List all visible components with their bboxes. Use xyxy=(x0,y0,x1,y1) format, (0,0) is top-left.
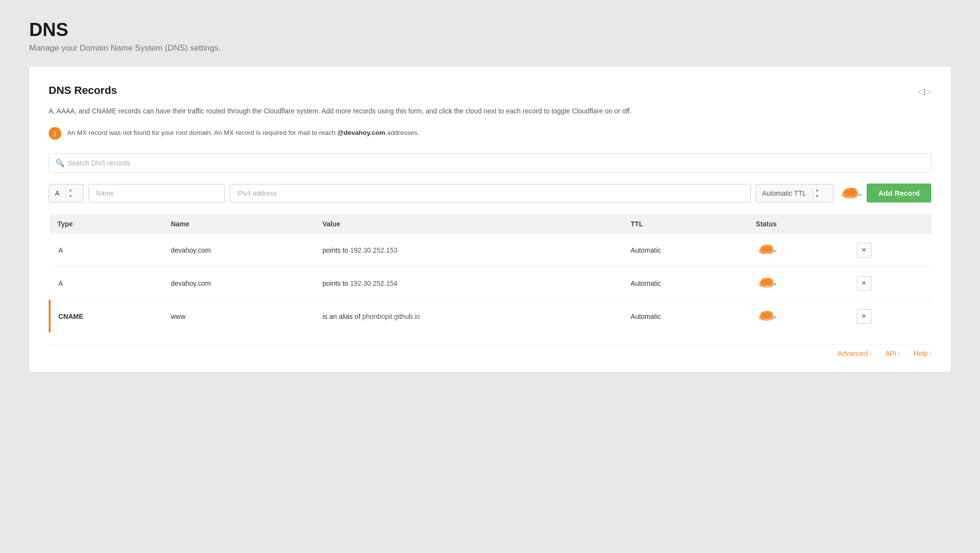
api-arrow: › xyxy=(898,350,900,356)
footer-links: Advanced › API › Help › xyxy=(49,344,931,357)
add-record-row: A ▲ ▼ Automatic TTL ▲ ▼ xyxy=(49,184,931,203)
card-description: A, AAAA, and CNAME records can have thei… xyxy=(49,106,931,116)
page-title: DNS xyxy=(29,19,951,40)
type-down-arrow[interactable]: ▼ xyxy=(68,193,73,200)
search-icon: 🔍 xyxy=(55,159,65,167)
ttl-arrows[interactable]: ▲ ▼ xyxy=(812,187,822,199)
col-ttl: TTL xyxy=(623,214,748,234)
cell-ttl: Automatic xyxy=(623,267,748,300)
cell-status[interactable] xyxy=(748,267,849,300)
table-row: A devahoy.com points to 192.30.252.154 A… xyxy=(50,267,931,300)
cell-type: CNAME xyxy=(50,300,163,333)
ttl-label: Automatic TTL xyxy=(756,184,812,202)
type-select-label: A xyxy=(49,184,65,202)
table-row: A devahoy.com points to 192.30.252.153 A… xyxy=(50,234,931,267)
cell-value: points to 192.30.252.154 xyxy=(315,267,623,300)
col-actions xyxy=(849,214,931,234)
alert-icon: ! xyxy=(49,127,61,140)
cell-name: devahoy.com xyxy=(163,234,315,267)
advanced-arrow: › xyxy=(870,350,872,356)
help-label: Help xyxy=(914,350,928,357)
cell-type: A xyxy=(50,267,163,300)
table-header: Type Name Value TTL Status xyxy=(50,214,931,234)
alert-box: ! An MX record was not found for your ro… xyxy=(49,127,931,140)
cell-delete[interactable]: ✕ xyxy=(849,300,931,333)
svg-marker-5 xyxy=(860,194,862,196)
col-type: Type xyxy=(50,214,163,234)
cloudflare-toggle-add[interactable] xyxy=(838,186,862,201)
api-label: API xyxy=(885,350,896,357)
dns-records-card: DNS Records ◁▷ A, AAAA, and CNAME record… xyxy=(29,67,951,372)
cell-value: is an alias of phonbopit.github.io xyxy=(315,300,623,333)
cell-status[interactable] xyxy=(748,234,849,267)
svg-point-14 xyxy=(761,278,772,285)
svg-point-19 xyxy=(761,311,772,318)
ttl-down-arrow[interactable]: ▼ xyxy=(815,193,819,200)
cell-name: devahoy.com xyxy=(163,267,315,300)
cell-delete[interactable]: ✕ xyxy=(849,234,931,267)
cell-value: points to 192.30.252.153 xyxy=(315,234,623,267)
advanced-link[interactable]: Advanced › xyxy=(837,350,871,357)
search-wrapper: 🔍 xyxy=(49,153,931,173)
delete-button[interactable]: ✕ xyxy=(857,309,871,324)
svg-marker-10 xyxy=(774,250,777,253)
cell-delete[interactable]: ✕ xyxy=(849,267,931,300)
add-record-button[interactable]: Add Record xyxy=(867,184,931,203)
page-subtitle: Manage your Domain Name System (DNS) set… xyxy=(29,43,951,53)
svg-marker-20 xyxy=(774,316,777,319)
search-input[interactable] xyxy=(49,153,931,173)
cell-name: www xyxy=(163,300,315,333)
cell-type: A xyxy=(50,234,163,267)
table-row: CNAME www is an alias of phonbopit.githu… xyxy=(50,300,931,333)
name-input[interactable] xyxy=(89,184,225,203)
delete-button[interactable]: ✕ xyxy=(857,276,871,291)
advanced-label: Advanced xyxy=(837,350,868,357)
help-arrow: › xyxy=(929,350,931,356)
card-title: DNS Records xyxy=(49,84,117,97)
help-link[interactable]: Help › xyxy=(914,350,931,357)
alert-text: An MX record was not found for your root… xyxy=(67,127,419,138)
cell-status[interactable] xyxy=(748,300,849,333)
svg-point-3 xyxy=(844,188,856,196)
ttl-select[interactable]: Automatic TTL ▲ ▼ xyxy=(756,184,834,203)
api-link[interactable]: API › xyxy=(885,350,900,357)
ttl-up-arrow[interactable]: ▲ xyxy=(815,187,819,193)
cell-ttl: Automatic xyxy=(623,234,748,267)
svg-point-9 xyxy=(761,245,772,252)
svg-marker-15 xyxy=(774,283,777,286)
table-body: A devahoy.com points to 192.30.252.153 A… xyxy=(50,234,931,332)
cell-ttl: Automatic xyxy=(623,300,748,333)
page-header: DNS Manage your Domain Name System (DNS)… xyxy=(29,19,951,53)
type-select-arrows[interactable]: ▲ ▼ xyxy=(65,187,75,199)
ipv4-input[interactable] xyxy=(230,184,751,203)
delete-button[interactable]: ✕ xyxy=(857,243,871,258)
col-value: Value xyxy=(315,214,623,234)
type-select[interactable]: A ▲ ▼ xyxy=(49,184,84,203)
card-header: DNS Records ◁▷ xyxy=(49,84,931,97)
col-status: Status xyxy=(748,214,849,234)
dns-records-table: Type Name Value TTL Status A devahoy.com… xyxy=(49,214,931,332)
type-up-arrow[interactable]: ▲ xyxy=(68,187,73,193)
collapse-icon[interactable]: ◁▷ xyxy=(918,86,931,97)
col-name: Name xyxy=(163,214,315,234)
